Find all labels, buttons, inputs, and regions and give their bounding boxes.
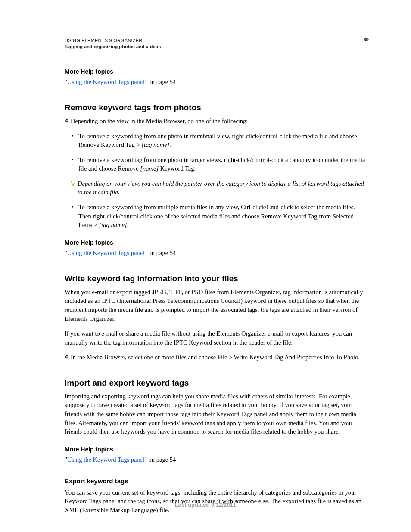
text-part: . xyxy=(169,141,171,148)
lightbulb-icon xyxy=(71,179,78,197)
keyword-tags-panel-link[interactable]: Using the Keyword Tags panel xyxy=(67,456,144,463)
related-link-line: "Using the Keyword Tags panel" on page 5… xyxy=(65,455,368,464)
step-item: ❖ In the Media Browser, select one or mo… xyxy=(65,353,368,362)
tip-text: Depending on your view, you can hold the… xyxy=(78,179,368,197)
intro-step: ❖ Depending on the view in the Media Bro… xyxy=(65,117,368,126)
link-suffix: " on page 54 xyxy=(144,249,176,256)
diamond-bullet-icon: ❖ xyxy=(65,353,71,362)
svg-point-0 xyxy=(72,180,75,184)
section-heading-remove-tags: Remove keyword tags from photos xyxy=(65,103,368,112)
header-rule xyxy=(371,36,371,53)
section-heading-write-tags: Write keyword tag information into your … xyxy=(65,274,368,283)
running-header: 69 USING ELEMENTS 9 ORGANIZER Tagging an… xyxy=(65,38,368,49)
intro-text: Depending on the view in the Media Brows… xyxy=(71,117,368,126)
related-link-line: "Using the Keyword Tags panel" on page 5… xyxy=(65,78,368,87)
bullet-text: To remove a keyword tag from one photo i… xyxy=(78,156,368,173)
name-placeholder: [name] xyxy=(140,165,159,172)
bullet-item: • To remove a keyword tag from one photo… xyxy=(71,156,368,173)
footer-last-updated: Last updated 9/12/2011 xyxy=(0,501,411,508)
svg-rect-1 xyxy=(72,184,74,185)
text-part: To remove a keyword tag from one photo i… xyxy=(78,133,357,149)
body-paragraph: Importing and exporting keyword tags can… xyxy=(65,392,368,436)
body-paragraph: If you want to e-mail or share a media f… xyxy=(65,329,368,347)
step-text: In the Media Browser, select one or more… xyxy=(71,353,368,362)
tip-note: Depending on your view, you can hold the… xyxy=(71,179,368,197)
bullet-item: • To remove a keyword tag from one photo… xyxy=(71,132,368,149)
tag-name-placeholder: [tag name] xyxy=(99,221,127,228)
bullet-item: • To remove a keyword tag from multiple … xyxy=(71,203,368,230)
subsection-heading-export: Export keyword tags xyxy=(65,477,368,485)
tag-name-placeholder: [tag name] xyxy=(141,141,169,148)
link-suffix: " on page 54 xyxy=(144,456,176,463)
keyword-tags-panel-link[interactable]: Using the Keyword Tags panel xyxy=(67,249,144,256)
text-part: . xyxy=(127,221,129,228)
document-page: 69 USING ELEMENTS 9 ORGANIZER Tagging an… xyxy=(0,0,411,532)
diamond-bullet-icon: ❖ xyxy=(65,117,71,126)
more-help-heading: More Help topics xyxy=(65,446,368,453)
text-part: To remove a keyword tag from one photo i… xyxy=(78,156,365,172)
keyword-tags-panel-link[interactable]: Using the Keyword Tags panel xyxy=(67,78,144,85)
bullet-icon: • xyxy=(71,203,78,230)
body-paragraph: When you e-mail or export tagged JPEG, T… xyxy=(65,288,368,323)
bullet-icon: • xyxy=(71,132,78,149)
text-part: Keyword Tag. xyxy=(159,165,196,172)
link-suffix: " on page 54 xyxy=(144,78,176,85)
bullet-text: To remove a keyword tag from one photo i… xyxy=(78,132,368,149)
more-help-heading: More Help topics xyxy=(65,68,368,75)
svg-rect-2 xyxy=(73,185,74,186)
page-number: 69 xyxy=(364,37,369,42)
bullet-text: To remove a keyword tag from multiple me… xyxy=(78,203,368,230)
more-help-heading: More Help topics xyxy=(65,239,368,246)
related-link-line: "Using the Keyword Tags panel" on page 5… xyxy=(65,249,368,258)
section-heading-import-export: Import and export keyword tags xyxy=(65,378,368,388)
header-subtitle: Tagging and organizing photos and videos xyxy=(65,44,368,49)
header-title: USING ELEMENTS 9 ORGANIZER xyxy=(65,38,368,43)
bullet-icon: • xyxy=(71,156,78,173)
